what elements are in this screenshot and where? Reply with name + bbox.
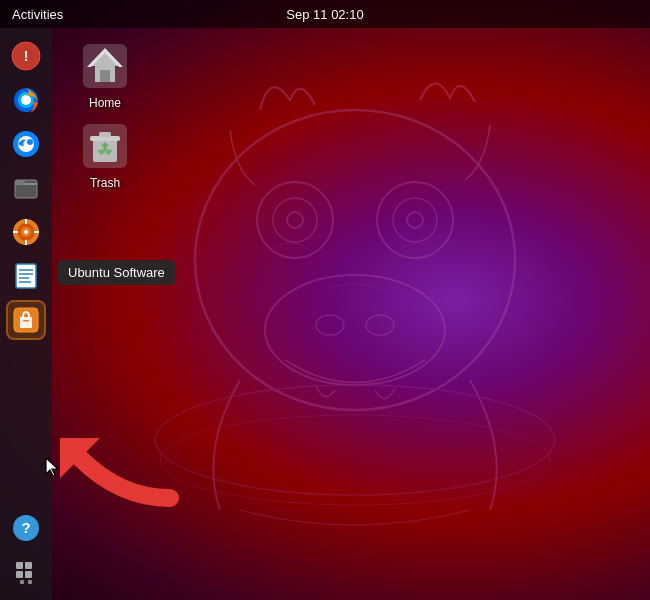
- show-apps-icon: [10, 556, 42, 588]
- dock-item-libreoffice-writer[interactable]: [6, 256, 46, 296]
- dock-item-ubuntu-software[interactable]: Ubuntu Software: [6, 300, 46, 340]
- dock-item-help[interactable]: ?: [6, 508, 46, 548]
- svg-point-5: [287, 212, 303, 228]
- svg-rect-40: [16, 562, 23, 569]
- svg-point-0: [195, 110, 515, 410]
- home-icon: [79, 40, 131, 92]
- desktop: Activities Sep 11 02:10 !: [0, 0, 650, 600]
- svg-rect-53: [99, 132, 111, 137]
- home-icon-box: [79, 40, 131, 92]
- firefox-icon: [10, 84, 42, 116]
- dock: !: [0, 28, 52, 600]
- svg-point-6: [407, 212, 423, 228]
- svg-point-2: [377, 182, 453, 258]
- ubuntu-software-icon: [10, 304, 42, 336]
- dock-item-files[interactable]: [6, 168, 46, 208]
- dock-item-show-apps[interactable]: [6, 552, 46, 592]
- svg-marker-55: [68, 446, 88, 466]
- rhythmbox-icon: [10, 216, 42, 248]
- svg-point-8: [316, 315, 344, 335]
- svg-point-7: [265, 275, 445, 385]
- svg-rect-42: [16, 571, 23, 578]
- writer-icon: [10, 260, 42, 292]
- svg-point-1: [257, 182, 333, 258]
- svg-rect-45: [28, 580, 32, 584]
- svg-rect-29: [16, 264, 36, 288]
- trash-icon: [79, 120, 131, 172]
- dock-bottom: ?: [6, 508, 46, 600]
- svg-point-17: [21, 95, 31, 105]
- svg-text:!: !: [24, 48, 29, 64]
- thunderbird-icon: [10, 128, 42, 160]
- dock-item-software-updater[interactable]: !: [6, 36, 46, 76]
- svg-point-4: [393, 198, 437, 242]
- files-icon: [10, 172, 42, 204]
- trash-icon-box: [79, 120, 131, 172]
- svg-point-10: [155, 385, 555, 495]
- activities-label[interactable]: Activities: [12, 7, 63, 22]
- svg-rect-41: [25, 562, 32, 569]
- dock-item-thunderbird[interactable]: [6, 124, 46, 164]
- datetime: Sep 11 02:10: [286, 7, 363, 22]
- trash-label: Trash: [90, 176, 120, 190]
- svg-point-20: [27, 139, 33, 145]
- svg-text:?: ?: [21, 519, 30, 536]
- desktop-icon-home[interactable]: Home: [65, 40, 145, 110]
- svg-rect-24: [15, 180, 25, 185]
- hippo-watermark: [140, 50, 570, 530]
- svg-rect-44: [20, 580, 24, 584]
- help-icon: ?: [10, 512, 42, 544]
- svg-rect-48: [100, 70, 110, 82]
- desktop-icons: Home Trash: [65, 40, 145, 190]
- desktop-icon-trash[interactable]: Trash: [65, 120, 145, 190]
- dock-item-rhythmbox[interactable]: [6, 212, 46, 252]
- svg-point-3: [273, 198, 317, 242]
- topbar: Activities Sep 11 02:10: [0, 0, 650, 28]
- updater-icon: !: [10, 40, 42, 72]
- home-label: Home: [89, 96, 121, 110]
- svg-point-9: [366, 315, 394, 335]
- svg-rect-43: [25, 571, 32, 578]
- dock-item-firefox[interactable]: [6, 80, 46, 120]
- svg-point-28: [24, 230, 28, 234]
- svg-rect-37: [23, 320, 29, 322]
